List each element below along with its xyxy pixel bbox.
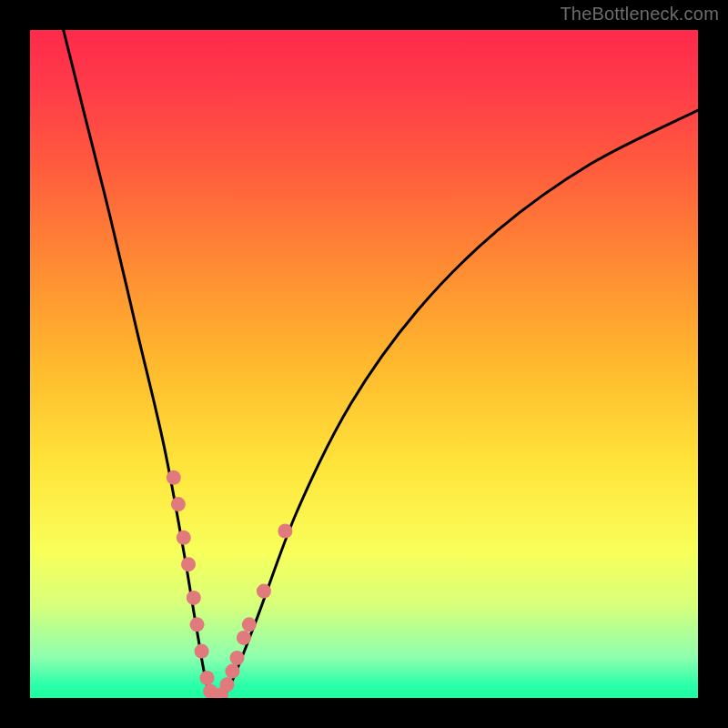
sample-dots <box>167 470 293 698</box>
curve-layer <box>30 30 698 698</box>
watermark: TheBottleneck.com <box>560 4 719 25</box>
data-point <box>195 644 209 659</box>
data-point <box>167 470 181 485</box>
data-point <box>242 617 257 632</box>
bottleneck-curve <box>64 30 698 698</box>
data-point <box>177 531 191 545</box>
data-point <box>171 497 186 511</box>
data-point <box>278 524 292 539</box>
data-point <box>225 664 239 679</box>
data-point <box>257 584 271 599</box>
data-point <box>200 671 215 685</box>
data-point <box>187 591 201 605</box>
data-point <box>230 651 245 665</box>
data-point <box>190 617 205 632</box>
chart-frame: TheBottleneck.com <box>0 0 728 728</box>
plot-area <box>30 30 698 698</box>
data-point <box>237 631 251 645</box>
data-point <box>181 557 196 571</box>
data-point <box>220 677 235 692</box>
